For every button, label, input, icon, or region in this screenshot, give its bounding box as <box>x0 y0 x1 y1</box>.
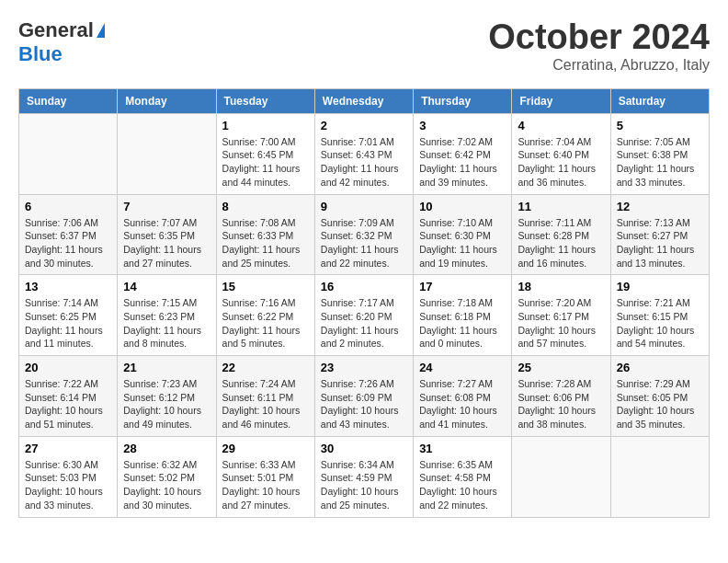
day-number: 20 <box>25 361 111 374</box>
location-text: Cerratina, Abruzzo, Italy <box>488 57 710 74</box>
calendar-cell: 18Sunrise: 7:20 AMSunset: 6:17 PMDayligh… <box>512 275 610 356</box>
calendar-week-2: 6Sunrise: 7:06 AMSunset: 6:37 PMDaylight… <box>19 194 710 275</box>
day-detail: Sunrise: 7:07 AMSunset: 6:35 PMDaylight:… <box>123 216 210 270</box>
day-detail: Sunrise: 7:08 AMSunset: 6:33 PMDaylight:… <box>222 216 309 270</box>
day-detail: Sunrise: 7:16 AMSunset: 6:22 PMDaylight:… <box>222 296 309 350</box>
day-detail: Sunrise: 7:05 AMSunset: 6:38 PMDaylight:… <box>617 135 703 190</box>
day-number: 7 <box>123 200 210 213</box>
calendar-cell: 19Sunrise: 7:21 AMSunset: 6:15 PMDayligh… <box>610 275 709 356</box>
day-detail: Sunrise: 6:30 AMSunset: 5:03 PMDaylight:… <box>25 458 111 512</box>
title-block: October 2024 Cerratina, Abruzzo, Italy <box>488 18 710 74</box>
calendar-week-5: 27Sunrise: 6:30 AMSunset: 5:03 PMDayligh… <box>19 436 710 517</box>
day-detail: Sunrise: 7:22 AMSunset: 6:14 PMDaylight:… <box>25 377 111 431</box>
logo-general-text: General <box>18 18 94 42</box>
calendar-cell: 16Sunrise: 7:17 AMSunset: 6:20 PMDayligh… <box>314 275 413 356</box>
calendar-cell: 24Sunrise: 7:27 AMSunset: 6:08 PMDayligh… <box>414 356 512 437</box>
day-detail: Sunrise: 7:10 AMSunset: 6:30 PMDaylight:… <box>419 216 506 270</box>
day-detail: Sunrise: 7:01 AMSunset: 6:43 PMDaylight:… <box>321 135 407 190</box>
day-number: 19 <box>617 280 703 293</box>
calendar-cell <box>19 113 118 194</box>
weekday-header-sunday: Sunday <box>19 88 118 113</box>
calendar-header-row: SundayMondayTuesdayWednesdayThursdayFrid… <box>19 88 710 113</box>
day-number: 12 <box>617 200 703 213</box>
day-number: 10 <box>419 200 506 213</box>
weekday-header-thursday: Thursday <box>414 88 512 113</box>
day-detail: Sunrise: 7:21 AMSunset: 6:15 PMDaylight:… <box>617 296 703 350</box>
day-number: 25 <box>518 361 604 374</box>
day-detail: Sunrise: 7:24 AMSunset: 6:11 PMDaylight:… <box>222 377 309 431</box>
day-number: 4 <box>518 119 604 132</box>
day-number: 22 <box>222 361 309 374</box>
calendar-week-4: 20Sunrise: 7:22 AMSunset: 6:14 PMDayligh… <box>19 356 710 437</box>
calendar-cell: 31Sunrise: 6:35 AMSunset: 4:58 PMDayligh… <box>414 436 512 517</box>
day-number: 28 <box>123 442 210 455</box>
page-header: General Blue October 2024 Cerratina, Abr… <box>18 18 710 74</box>
calendar-cell: 25Sunrise: 7:28 AMSunset: 6:06 PMDayligh… <box>512 356 610 437</box>
logo: General Blue <box>18 18 105 66</box>
day-number: 5 <box>617 119 703 132</box>
calendar-cell: 11Sunrise: 7:11 AMSunset: 6:28 PMDayligh… <box>512 194 610 275</box>
day-detail: Sunrise: 7:06 AMSunset: 6:37 PMDaylight:… <box>25 216 111 270</box>
day-detail: Sunrise: 7:04 AMSunset: 6:40 PMDaylight:… <box>518 135 604 190</box>
day-number: 14 <box>123 280 210 293</box>
weekday-header-tuesday: Tuesday <box>216 88 314 113</box>
calendar-table: SundayMondayTuesdayWednesdayThursdayFrid… <box>18 88 710 518</box>
day-detail: Sunrise: 7:13 AMSunset: 6:27 PMDaylight:… <box>617 216 703 270</box>
weekday-header-saturday: Saturday <box>610 88 709 113</box>
day-number: 8 <box>222 200 309 213</box>
calendar-cell: 6Sunrise: 7:06 AMSunset: 6:37 PMDaylight… <box>19 194 118 275</box>
day-number: 9 <box>321 200 407 213</box>
day-detail: Sunrise: 6:33 AMSunset: 5:01 PMDaylight:… <box>222 458 309 512</box>
day-detail: Sunrise: 6:35 AMSunset: 4:58 PMDaylight:… <box>419 458 506 512</box>
calendar-cell <box>512 436 610 517</box>
calendar-cell <box>118 113 216 194</box>
logo-blue-text: Blue <box>18 42 63 66</box>
calendar-cell: 2Sunrise: 7:01 AMSunset: 6:43 PMDaylight… <box>314 113 413 194</box>
day-number: 23 <box>321 361 407 374</box>
calendar-cell: 27Sunrise: 6:30 AMSunset: 5:03 PMDayligh… <box>19 436 118 517</box>
day-number: 3 <box>419 119 506 132</box>
calendar-week-3: 13Sunrise: 7:14 AMSunset: 6:25 PMDayligh… <box>19 275 710 356</box>
day-detail: Sunrise: 7:29 AMSunset: 6:05 PMDaylight:… <box>617 377 703 431</box>
day-detail: Sunrise: 7:14 AMSunset: 6:25 PMDaylight:… <box>25 296 111 350</box>
day-detail: Sunrise: 7:28 AMSunset: 6:06 PMDaylight:… <box>518 377 604 431</box>
day-number: 11 <box>518 200 604 213</box>
day-detail: Sunrise: 6:32 AMSunset: 5:02 PMDaylight:… <box>123 458 210 512</box>
day-detail: Sunrise: 6:34 AMSunset: 4:59 PMDaylight:… <box>321 458 407 512</box>
day-number: 6 <box>25 200 111 213</box>
day-detail: Sunrise: 7:00 AMSunset: 6:45 PMDaylight:… <box>222 135 309 190</box>
logo-arrow-icon <box>97 23 105 38</box>
calendar-cell: 14Sunrise: 7:15 AMSunset: 6:23 PMDayligh… <box>118 275 216 356</box>
day-detail: Sunrise: 7:17 AMSunset: 6:20 PMDaylight:… <box>321 296 407 350</box>
day-detail: Sunrise: 7:11 AMSunset: 6:28 PMDaylight:… <box>518 216 604 270</box>
calendar-cell: 28Sunrise: 6:32 AMSunset: 5:02 PMDayligh… <box>118 436 216 517</box>
calendar-cell: 9Sunrise: 7:09 AMSunset: 6:32 PMDaylight… <box>314 194 413 275</box>
day-number: 13 <box>25 280 111 293</box>
day-number: 21 <box>123 361 210 374</box>
day-detail: Sunrise: 7:09 AMSunset: 6:32 PMDaylight:… <box>321 216 407 270</box>
calendar-cell: 7Sunrise: 7:07 AMSunset: 6:35 PMDaylight… <box>118 194 216 275</box>
day-detail: Sunrise: 7:15 AMSunset: 6:23 PMDaylight:… <box>123 296 210 350</box>
weekday-header-wednesday: Wednesday <box>314 88 413 113</box>
day-number: 27 <box>25 442 111 455</box>
calendar-cell: 1Sunrise: 7:00 AMSunset: 6:45 PMDaylight… <box>216 113 314 194</box>
calendar-body: 1Sunrise: 7:00 AMSunset: 6:45 PMDaylight… <box>19 113 710 517</box>
calendar-cell: 5Sunrise: 7:05 AMSunset: 6:38 PMDaylight… <box>610 113 709 194</box>
day-number: 31 <box>419 442 506 455</box>
weekday-header-monday: Monday <box>118 88 216 113</box>
day-number: 15 <box>222 280 309 293</box>
day-detail: Sunrise: 7:23 AMSunset: 6:12 PMDaylight:… <box>123 377 210 431</box>
calendar-cell: 22Sunrise: 7:24 AMSunset: 6:11 PMDayligh… <box>216 356 314 437</box>
calendar-cell: 21Sunrise: 7:23 AMSunset: 6:12 PMDayligh… <box>118 356 216 437</box>
calendar-week-1: 1Sunrise: 7:00 AMSunset: 6:45 PMDaylight… <box>19 113 710 194</box>
calendar-cell <box>610 436 709 517</box>
calendar-cell: 3Sunrise: 7:02 AMSunset: 6:42 PMDaylight… <box>414 113 512 194</box>
calendar-cell: 8Sunrise: 7:08 AMSunset: 6:33 PMDaylight… <box>216 194 314 275</box>
day-number: 2 <box>321 119 407 132</box>
day-detail: Sunrise: 7:27 AMSunset: 6:08 PMDaylight:… <box>419 377 506 431</box>
calendar-cell: 23Sunrise: 7:26 AMSunset: 6:09 PMDayligh… <box>314 356 413 437</box>
calendar-cell: 20Sunrise: 7:22 AMSunset: 6:14 PMDayligh… <box>19 356 118 437</box>
calendar-cell: 30Sunrise: 6:34 AMSunset: 4:59 PMDayligh… <box>314 436 413 517</box>
day-detail: Sunrise: 7:20 AMSunset: 6:17 PMDaylight:… <box>518 296 604 350</box>
day-number: 17 <box>419 280 506 293</box>
